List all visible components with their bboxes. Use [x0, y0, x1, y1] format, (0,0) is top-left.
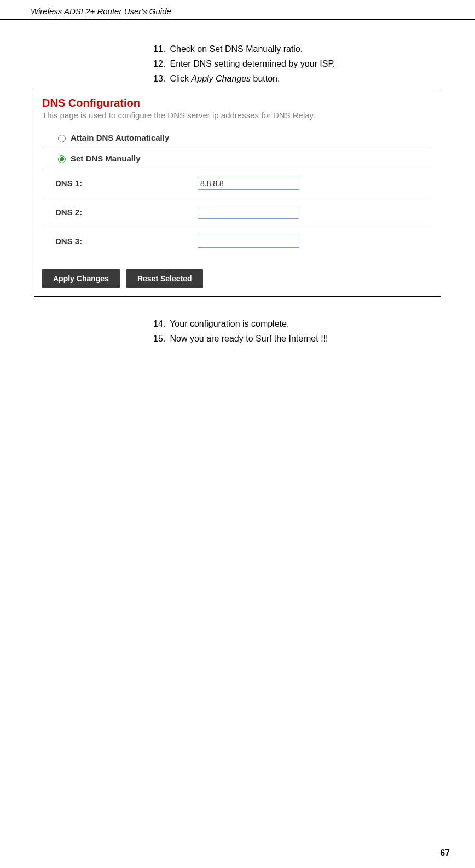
radio-set-manual[interactable]	[58, 155, 66, 163]
instruction-num: 15.	[153, 331, 167, 346]
dns3-input[interactable]	[198, 235, 299, 248]
radio-row-auto: Attain DNS Automatically	[42, 128, 433, 148]
instruction-text-suffix: button.	[251, 74, 280, 83]
button-row: Apply Changes Reset Selected	[34, 263, 441, 296]
dns2-row: DNS 2:	[42, 198, 433, 227]
dns3-row: DNS 3:	[42, 227, 433, 256]
instruction-item: 13. Click Apply Changes button.	[153, 71, 453, 86]
instruction-item: 14. Your configuration is complete.	[153, 316, 453, 331]
dns-config-screenshot: DNS Configuration This page is used to c…	[34, 91, 441, 297]
instruction-text-prefix: Click	[170, 74, 191, 83]
radio-attain-auto[interactable]	[58, 135, 66, 142]
dns2-label: DNS 2:	[55, 207, 198, 217]
instruction-text: Now you are ready to Surf the Internet !…	[170, 334, 328, 343]
instruction-italic: Apply Changes	[192, 74, 251, 83]
dns2-input[interactable]	[198, 206, 299, 219]
dns1-label: DNS 1:	[55, 178, 198, 188]
radio-row-manual: Set DNS Manually	[42, 148, 433, 169]
instructions-after: 14. Your configuration is complete. 15. …	[153, 316, 453, 346]
panel-title: DNS Configuration	[34, 91, 441, 111]
instruction-num: 11.	[153, 42, 167, 56]
dns1-input[interactable]	[198, 177, 299, 190]
instruction-item: 12. Enter DNS setting determined by your…	[153, 56, 453, 71]
instruction-num: 14.	[153, 316, 167, 331]
instruction-text: Your configuration is complete.	[170, 319, 289, 328]
instruction-item: 15. Now you are ready to Surf the Intern…	[153, 331, 453, 346]
instructions-before: 11. Check on Set DNS Manually ratio. 12.…	[153, 42, 453, 86]
page-number: 67	[440, 848, 450, 858]
apply-changes-button[interactable]: Apply Changes	[42, 269, 120, 288]
header-title: Wireless ADSL2+ Router User's Guide	[31, 7, 171, 16]
dns-form-panel: Attain DNS Automatically Set DNS Manuall…	[42, 128, 433, 256]
instruction-text: Check on Set DNS Manually ratio.	[170, 44, 303, 54]
radio-auto-label: Attain DNS Automatically	[71, 133, 169, 142]
radio-manual-label: Set DNS Manually	[71, 154, 141, 163]
document-header: Wireless ADSL2+ Router User's Guide	[0, 0, 475, 20]
instruction-text: Enter DNS setting determined by your ISP…	[170, 59, 335, 68]
reset-selected-button[interactable]: Reset Selected	[126, 269, 203, 288]
instruction-item: 11. Check on Set DNS Manually ratio.	[153, 42, 453, 56]
panel-description: This page is used to configure the DNS s…	[34, 111, 441, 128]
page-content: 11. Check on Set DNS Manually ratio. 12.…	[0, 20, 475, 346]
dns3-label: DNS 3:	[55, 236, 198, 246]
dns1-row: DNS 1:	[42, 169, 433, 198]
instruction-num: 13.	[153, 71, 167, 86]
instruction-num: 12.	[153, 56, 167, 71]
